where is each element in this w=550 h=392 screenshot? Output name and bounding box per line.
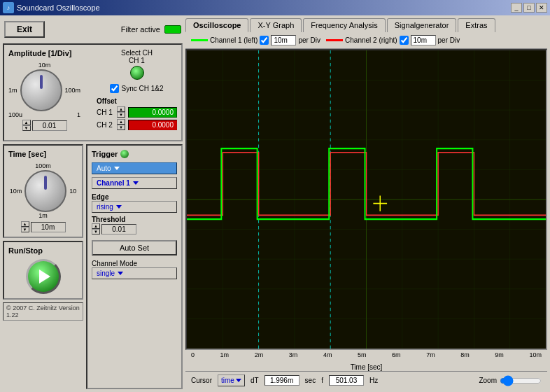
ch2-checkbox[interactable] xyxy=(400,36,409,45)
ch1-label: Channel 1 (left) xyxy=(210,36,258,44)
tick-10m: 10m xyxy=(529,351,542,358)
ch2-spin-up[interactable]: ▲ xyxy=(117,119,125,125)
trigger-panel: Trigger Auto Channel 1 Edge xyxy=(86,144,183,389)
sync-label: Sync CH 1&2 xyxy=(121,85,163,92)
threshold-input[interactable] xyxy=(101,224,136,234)
f-label: f xyxy=(321,377,323,384)
amp-scale-right: 100m xyxy=(65,87,81,94)
ch2-offset-input[interactable] xyxy=(128,120,177,130)
exit-button[interactable]: Exit xyxy=(4,21,45,38)
threshold-title: Threshold xyxy=(92,216,177,223)
tick-3m: 3m xyxy=(289,351,298,358)
ch2-label: Channel 2 (right) xyxy=(345,36,397,44)
title-bar: ♪ Soundcard Oszilloscope _ □ ✕ xyxy=(0,0,550,15)
time-title: Time [sec] xyxy=(8,150,78,158)
cursor-type-dropdown[interactable]: time xyxy=(218,374,245,386)
time-spin-up[interactable]: ▲ xyxy=(21,221,29,227)
run-stop-button[interactable] xyxy=(26,259,61,294)
tick-5m: 5m xyxy=(358,351,367,358)
ch1-checkbox[interactable] xyxy=(260,36,269,45)
oscilloscope-display xyxy=(185,49,547,350)
amp-spin-up[interactable]: ▲ xyxy=(22,120,31,125)
amplitude-title: Amplitude [1/Div] xyxy=(8,49,80,57)
threshold-spin-down[interactable]: ▼ xyxy=(92,229,100,234)
minimize-button[interactable]: _ xyxy=(511,3,522,13)
ch1-offset-spinner[interactable]: ▲ ▼ xyxy=(117,106,125,118)
time-spinner[interactable]: ▲ ▼ xyxy=(21,221,29,232)
tick-1m: 1m xyxy=(220,351,230,358)
cursor-bar: Cursor time dT 1.996m sec f 501.03 Hz Zo… xyxy=(185,371,547,389)
amplitude-knob[interactable] xyxy=(20,69,62,111)
amp-scale-left: 1m xyxy=(8,87,17,94)
cursor-type-arrow xyxy=(236,379,241,382)
amplitude-value-input[interactable] xyxy=(32,120,67,131)
sync-checkbox[interactable] xyxy=(110,84,119,93)
tab-frequency[interactable]: Frequency Analysis xyxy=(303,18,385,32)
amp-spinner[interactable]: ▲ ▼ xyxy=(22,120,31,131)
trigger-mode-dropdown[interactable]: Auto xyxy=(92,162,177,174)
tab-oscilloscope[interactable]: Oscilloscope xyxy=(185,18,248,32)
ch1-line-indicator xyxy=(191,39,208,41)
main-content: Exit Filter active Amplitude [1/Div] 10m xyxy=(0,15,550,392)
ch2-spin-down[interactable]: ▼ xyxy=(117,125,125,130)
ch1-spin-down[interactable]: ▼ xyxy=(117,112,125,118)
oscilloscope-svg xyxy=(187,50,546,349)
amp-spin-down[interactable]: ▼ xyxy=(22,125,31,131)
tick-9m: 9m xyxy=(495,351,504,358)
offset-ch2-label: CH 2 xyxy=(97,121,114,129)
time-axis-row: 0 1m 2m 3m 4m 5m 6m 7m 8m 9m 10m Time [s… xyxy=(185,350,547,371)
window-controls[interactable]: _ □ ✕ xyxy=(511,3,547,13)
dt-label: dT xyxy=(251,377,259,384)
ch2-per-div-input[interactable] xyxy=(411,35,436,46)
top-controls-bar: Exit Filter active xyxy=(3,18,183,41)
tick-7m: 7m xyxy=(426,351,435,358)
ch2-offset-spinner[interactable]: ▲ ▼ xyxy=(117,119,125,130)
time-scale-right: 10 xyxy=(69,188,76,195)
auto-set-button[interactable]: Auto Set xyxy=(92,240,177,255)
tabs-row: Oscilloscope X-Y Graph Frequency Analysi… xyxy=(185,18,547,32)
amp-scale-bottom: 100u xyxy=(8,111,22,118)
time-knob[interactable] xyxy=(24,170,66,212)
ch-label: CH 1 xyxy=(129,57,145,64)
tick-2m: 2m xyxy=(255,351,264,358)
trigger-mode-arrow xyxy=(114,167,120,170)
zoom-slider[interactable] xyxy=(500,375,542,386)
channel-mode-dropdown[interactable]: single xyxy=(92,267,177,279)
f-value: 501.03 xyxy=(329,375,364,386)
trigger-channel-dropdown[interactable]: Channel 1 xyxy=(92,177,177,189)
tab-signal-gen[interactable]: Signalgenerator xyxy=(387,18,457,32)
time-value-input[interactable] xyxy=(31,222,66,232)
ch1-per-div-label: per Div xyxy=(298,36,320,44)
f-unit: Hz xyxy=(369,377,378,384)
amplitude-panel: Amplitude [1/Div] 10m 1m 100m xyxy=(3,43,183,141)
copyright-text: © 2007 C. Zeitnitz Version 1.22 xyxy=(3,302,83,321)
tick-8m: 8m xyxy=(460,351,470,358)
time-scale-left: 10m xyxy=(10,188,22,195)
time-spin-down[interactable]: ▼ xyxy=(21,227,29,232)
close-button[interactable]: ✕ xyxy=(536,3,547,13)
run-stop-panel: Run/Stop xyxy=(3,241,83,300)
amp-scale-top: 10m xyxy=(38,62,51,69)
tab-extras[interactable]: Extras xyxy=(458,18,495,32)
threshold-spinner[interactable]: ▲ ▼ xyxy=(92,223,100,234)
tab-xy-graph[interactable]: X-Y Graph xyxy=(250,18,302,32)
ch1-spin-up[interactable]: ▲ xyxy=(117,106,125,112)
amp-scale-bottomright: 1 xyxy=(77,111,80,118)
maximize-button[interactable]: □ xyxy=(523,3,535,13)
app-title: Soundcard Oszilloscope xyxy=(17,4,100,12)
right-panel: Oscilloscope X-Y Graph Frequency Analysi… xyxy=(185,15,550,392)
threshold-spin-up[interactable]: ▲ xyxy=(92,223,100,229)
edge-title: Edge xyxy=(92,193,177,201)
dt-unit: sec xyxy=(305,377,316,384)
left-panel: Exit Filter active Amplitude [1/Div] 10m xyxy=(0,15,185,392)
trigger-title: Trigger xyxy=(92,150,118,158)
channel-mode-arrow xyxy=(118,272,123,275)
edge-dropdown[interactable]: rising xyxy=(92,201,177,213)
ch2-legend: Channel 2 (right) per Div xyxy=(326,35,460,46)
ch1-offset-input[interactable] xyxy=(128,107,177,118)
time-scale-top: 100m xyxy=(35,162,51,169)
bottom-left-panels: Time [sec] 100m 10m 10 1m ▲ ▼ xyxy=(3,144,183,389)
ch1-per-div-input[interactable] xyxy=(271,35,296,46)
time-scale-bottom: 1m xyxy=(38,212,48,219)
tick-4m: 4m xyxy=(323,351,332,358)
